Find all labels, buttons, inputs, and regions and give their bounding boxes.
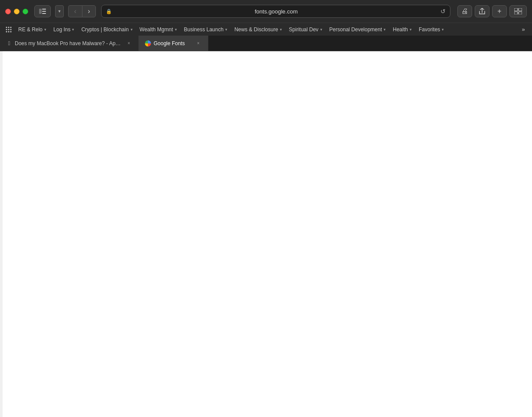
bookmark-item-personal-development[interactable]: Personal Development▾ xyxy=(326,26,389,33)
apps-button[interactable] xyxy=(3,24,14,35)
svg-point-13 xyxy=(10,29,12,30)
toolbar-right: 🖨 + xyxy=(457,5,527,17)
bookmark-label: Spiritual Dev xyxy=(289,26,319,33)
share-icon xyxy=(479,8,485,15)
new-tab-button[interactable]: + xyxy=(492,5,507,17)
bookmark-item-health[interactable]: Health▾ xyxy=(389,26,415,33)
chevron-down-icon: ▾ xyxy=(384,27,386,32)
bookmark-label: Log Ins xyxy=(53,26,70,33)
close-button[interactable] xyxy=(5,9,11,14)
svg-rect-1 xyxy=(42,9,46,10)
tab-title: Google Fonts xyxy=(154,40,192,46)
plus-icon: + xyxy=(497,7,501,15)
svg-rect-7 xyxy=(519,12,522,14)
svg-point-12 xyxy=(8,29,10,30)
minimize-button[interactable] xyxy=(14,9,20,14)
bookmark-label: Personal Development xyxy=(329,26,382,33)
bookmark-item-wealth-mgmt[interactable]: Wealth Mgmnt▾ xyxy=(136,26,181,33)
svg-rect-6 xyxy=(514,12,518,14)
url-text: fonts.google.com xyxy=(115,8,438,15)
svg-point-10 xyxy=(10,26,12,28)
forward-button[interactable]: › xyxy=(82,5,96,17)
bookmarks-bar: RE & Relo▾Log Ins▾Cryptos | Blockchain▾W… xyxy=(0,23,532,36)
bookmark-label: Wealth Mgmnt xyxy=(140,26,173,33)
tab-tab-google-fonts[interactable]: Google Fonts× xyxy=(139,36,208,51)
svg-rect-2 xyxy=(42,11,46,12)
reload-button[interactable]: ↺ xyxy=(440,8,446,15)
tab-favicon:  xyxy=(6,40,12,46)
chevron-down-icon: ▾ xyxy=(44,27,46,32)
bookmark-label: Favorites xyxy=(419,26,440,33)
svg-point-16 xyxy=(10,31,12,32)
bookmark-label: RE & Relo xyxy=(18,26,43,33)
chevron-down-icon: ▾ xyxy=(131,27,133,32)
bookmark-item-re-relo[interactable]: RE & Relo▾ xyxy=(15,26,50,33)
tabs-container: Does my MacBook Pro have Malware? - App… xyxy=(0,36,532,51)
chevron-down-icon: ▾ xyxy=(225,27,227,32)
svg-point-14 xyxy=(6,31,7,32)
bookmark-label: Health xyxy=(393,26,408,33)
sidebar-hint xyxy=(0,51,3,417)
tab-close-button[interactable]: × xyxy=(195,40,202,47)
svg-rect-5 xyxy=(519,8,522,11)
lock-icon: 🔒 xyxy=(106,9,112,14)
bookmark-item-cryptos-blockchain[interactable]: Cryptos | Blockchain▾ xyxy=(78,26,136,33)
bookmark-item-business-launch[interactable]: Business Launch▾ xyxy=(181,26,231,33)
overflow-icon: » xyxy=(522,26,525,33)
tab-overview-button[interactable] xyxy=(509,5,527,17)
share-button[interactable] xyxy=(475,5,489,17)
back-button[interactable]: ‹ xyxy=(68,5,82,17)
svg-rect-3 xyxy=(42,13,46,14)
bookmark-item-favorites[interactable]: Favorites▾ xyxy=(415,26,447,33)
svg-point-8 xyxy=(6,26,7,28)
grid-icon xyxy=(514,8,522,14)
svg-point-11 xyxy=(6,29,7,30)
svg-point-15 xyxy=(8,31,10,32)
tabs-bar: Does my MacBook Pro have Malware? - App… xyxy=(0,36,532,51)
print-icon: 🖨 xyxy=(461,7,468,15)
bookmark-item-log-ins[interactable]: Log Ins▾ xyxy=(50,26,78,33)
bookmark-label: News & Disclosure xyxy=(234,26,278,33)
bookmarks-items: RE & Relo▾Log Ins▾Cryptos | Blockchain▾W… xyxy=(15,26,517,33)
bookmark-item-spiritual-dev[interactable]: Spiritual Dev▾ xyxy=(286,26,326,33)
maximize-button[interactable] xyxy=(23,9,28,14)
titlebar: ▼ ‹ › 🔒 fonts.google.com ↺ 🖨 + xyxy=(0,0,532,23)
chevron-down-icon: ▾ xyxy=(410,27,412,32)
bookmarks-overflow-button[interactable]: » xyxy=(518,24,529,35)
bookmark-label: Cryptos | Blockchain xyxy=(81,26,128,33)
address-bar[interactable]: 🔒 fonts.google.com ↺ xyxy=(101,5,450,18)
print-button[interactable]: 🖨 xyxy=(457,5,472,17)
sidebar-toggle-arrow[interactable]: ▼ xyxy=(55,5,64,17)
bookmark-label: Business Launch xyxy=(184,26,223,33)
nav-arrows: ‹ › xyxy=(68,5,96,17)
svg-rect-4 xyxy=(514,8,518,11)
svg-rect-0 xyxy=(39,9,42,14)
chevron-down-icon: ▾ xyxy=(72,27,74,32)
traffic-lights xyxy=(5,9,28,14)
tab-favicon xyxy=(145,40,151,46)
sidebar-toggle-button[interactable] xyxy=(34,5,51,17)
chevron-down-icon: ▾ xyxy=(175,27,177,32)
tab-title: Does my MacBook Pro have Malware? - Appl… xyxy=(15,40,123,46)
chevron-down-icon: ▾ xyxy=(280,27,282,32)
bookmark-item-news-disclosure[interactable]: News & Disclosure▾ xyxy=(231,26,286,33)
chevron-down-icon: ▾ xyxy=(442,27,444,32)
main-content xyxy=(0,51,532,417)
tab-tab-apple[interactable]: Does my MacBook Pro have Malware? - App… xyxy=(0,36,139,51)
apps-icon xyxy=(6,26,12,33)
chevron-down-icon: ▾ xyxy=(320,27,322,32)
tab-close-button[interactable]: × xyxy=(125,40,132,47)
svg-point-9 xyxy=(8,26,10,28)
